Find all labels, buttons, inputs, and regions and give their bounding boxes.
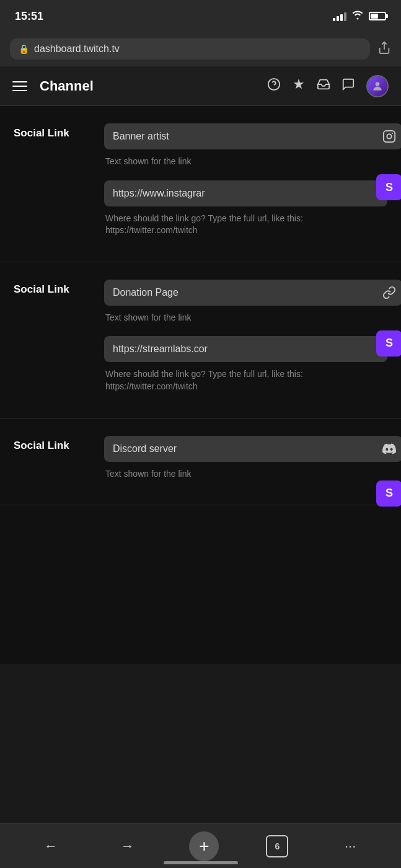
battery-icon — [369, 12, 386, 20]
url-bar: 🔒 dashboard.twitch.tv — [0, 32, 401, 66]
home-indicator — [164, 861, 238, 864]
chat-icon[interactable] — [342, 78, 355, 94]
discord-icon[interactable] — [376, 436, 401, 462]
status-time: 15:51 — [15, 10, 43, 23]
nav-icons — [267, 75, 389, 97]
content-area: Social Link Text shown for the link Wher… — [0, 106, 401, 664]
wifi-icon — [351, 10, 364, 22]
save-button-3[interactable]: S — [376, 480, 401, 507]
url-text: dashboard.twitch.tv — [34, 43, 120, 55]
inbox-icon[interactable] — [317, 78, 330, 94]
social-link-label-3: Social Link — [14, 436, 94, 452]
svg-rect-4 — [384, 131, 395, 142]
social-link-label-1: Social Link — [14, 123, 94, 140]
status-bar: 15:51 — [0, 0, 401, 32]
tab-count-button[interactable]: 6 — [266, 835, 288, 857]
signal-icon — [333, 11, 346, 21]
lock-icon: 🔒 — [19, 44, 29, 54]
link-url-input-1[interactable] — [104, 180, 387, 206]
link-icon[interactable] — [376, 280, 401, 306]
help-icon[interactable] — [267, 78, 281, 94]
svg-point-3 — [376, 82, 380, 86]
social-link-fields-2: Text shown for the link Where should the… — [104, 280, 387, 401]
save-button-1[interactable]: S — [376, 174, 401, 200]
back-button[interactable]: ← — [36, 831, 66, 861]
avatar[interactable] — [366, 75, 389, 97]
link-name-hint-3: Text shown for the link — [104, 467, 387, 488]
link-name-input-3[interactable] — [104, 436, 387, 462]
link-name-input-2[interactable] — [104, 280, 387, 306]
link-name-hint-2: Text shown for the link — [104, 311, 387, 332]
link-name-input-1[interactable] — [104, 123, 387, 149]
save-button-2[interactable]: S — [376, 330, 401, 356]
social-link-section-1: Social Link Text shown for the link Wher… — [0, 106, 401, 262]
forward-button[interactable]: → — [113, 831, 143, 861]
link-name-hint-1: Text shown for the link — [104, 154, 387, 175]
link-url-hint-1: Where should the link go? Type the full … — [104, 211, 387, 244]
nav-title: Channel — [40, 78, 255, 94]
url-field[interactable]: 🔒 dashboard.twitch.tv — [10, 38, 370, 60]
social-link-fields-3: Text shown for the link — [104, 436, 387, 488]
social-link-section-2: Social Link Text shown for the link Wher… — [0, 262, 401, 418]
social-link-fields-1: Text shown for the link Where should the… — [104, 123, 387, 244]
social-link-section-3: Social Link Text shown for the link S — [0, 418, 401, 506]
sparkle-icon[interactable] — [292, 78, 306, 94]
link-url-hint-2: Where should the link go? Type the full … — [104, 367, 387, 400]
status-icons — [333, 10, 386, 22]
new-tab-button[interactable]: + — [189, 831, 219, 861]
link-url-input-2[interactable] — [104, 336, 387, 362]
instagram-icon[interactable] — [376, 123, 401, 149]
nav-bar: Channel — [0, 66, 401, 106]
hamburger-menu[interactable] — [12, 81, 27, 91]
svg-point-6 — [392, 133, 393, 134]
social-link-label-2: Social Link — [14, 280, 94, 296]
more-button[interactable]: ··· — [335, 831, 365, 861]
share-button[interactable] — [377, 41, 391, 58]
svg-point-5 — [387, 134, 391, 138]
